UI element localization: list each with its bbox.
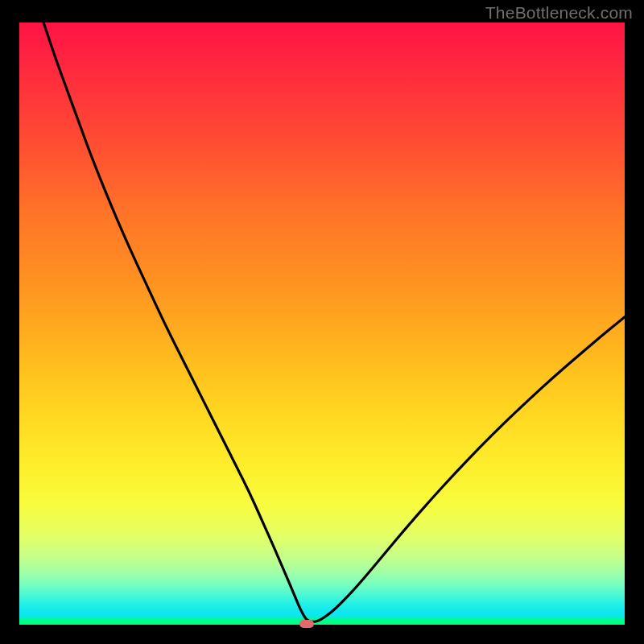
bottleneck-curve-path [43, 23, 625, 621]
bottleneck-curve-svg [19, 23, 625, 625]
chart-frame: TheBottleneck.com [0, 0, 644, 644]
watermark-text: TheBottleneck.com [485, 3, 633, 23]
optimal-point-marker [299, 620, 314, 628]
